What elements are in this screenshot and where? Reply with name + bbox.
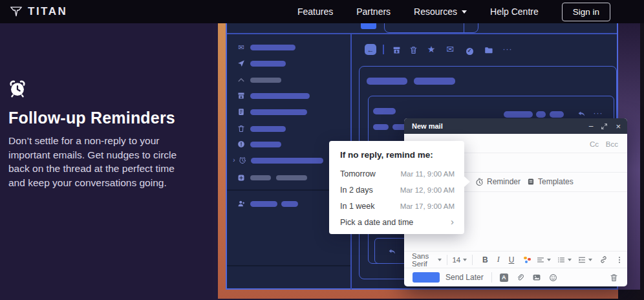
attachment-icon[interactable]: [516, 273, 524, 282]
text-color-icon[interactable]: [523, 256, 529, 264]
sidebar-item-trash: [227, 123, 350, 134]
reply-icon: [387, 246, 397, 257]
alert-circle-icon: [236, 139, 246, 149]
mockup-compose-button: [361, 23, 376, 29]
feature-title: Follow-up Reminders: [8, 109, 202, 127]
product-showcase: ✉: [213, 23, 644, 300]
link-icon[interactable]: [599, 255, 608, 264]
discard-trash-icon[interactable]: [610, 273, 618, 282]
sidebar-item-archive: [227, 91, 350, 101]
hero-panel: Follow-up Reminders Don’t settle for a n…: [0, 23, 213, 300]
trash-icon: [236, 123, 246, 134]
more-options-icon: ···: [593, 108, 603, 118]
close-icon[interactable]: ×: [616, 122, 621, 131]
more-vertical-icon[interactable]: [616, 256, 623, 264]
emoji-icon[interactable]: [549, 273, 557, 282]
folder-icon: [483, 45, 493, 55]
reminder-button[interactable]: Reminder: [475, 177, 521, 186]
envelope-icon: ✉: [445, 44, 455, 54]
check-circle-icon: ✓: [464, 46, 475, 56]
envelope-icon: ✉: [236, 42, 246, 52]
compose-title: New mail: [412, 122, 443, 130]
formatting-toggle-icon[interactable]: A: [500, 273, 508, 282]
compose-titlebar[interactable]: New mail – ×: [404, 118, 627, 134]
send-later-button[interactable]: Send Later: [445, 273, 484, 282]
popup-pointer: [464, 176, 470, 188]
nav-item-features[interactable]: Features: [297, 6, 333, 17]
send-row: Send Later A: [404, 268, 627, 286]
trash-icon: [408, 45, 418, 55]
align-button[interactable]: [537, 256, 551, 264]
chevron-up-icon: [236, 75, 246, 85]
sidebar-bottom-separator: [227, 265, 350, 266]
snooze-clock-icon: [237, 155, 248, 166]
mockup-search-divider: [464, 23, 465, 32]
popup-option-pick-date[interactable]: Pick a date and time ›: [329, 215, 464, 230]
mockup-search-box: [384, 23, 478, 33]
formatting-toolbar: Sans Serif 14 B I U: [404, 251, 627, 268]
bcc-button[interactable]: Bcc: [606, 140, 618, 148]
minimize-icon[interactable]: –: [589, 122, 594, 131]
nav-item-partners[interactable]: Partners: [356, 6, 391, 17]
back-arrow-button: ←: [365, 44, 376, 55]
titan-logo[interactable]: TITAN: [9, 5, 67, 19]
nav-item-resources[interactable]: Resources: [414, 6, 467, 17]
reminder-popup: If no reply, remind me: Tomorrow Mar 11,…: [329, 141, 464, 234]
templates-icon: [527, 178, 535, 186]
sidebar-item-inbox: ✉: [227, 42, 350, 52]
list-button[interactable]: [557, 256, 572, 264]
popup-option-tomorrow[interactable]: Tomorrow Mar 11, 9:00 AM: [329, 167, 464, 182]
document-icon: [236, 107, 246, 117]
font-family-select[interactable]: Sans Serif: [412, 252, 442, 268]
feature-description: Don’t settle for a non-reply to your imp…: [8, 134, 183, 189]
paper-plane-icon: [236, 58, 246, 69]
chevron-down-icon: [462, 10, 467, 14]
chevron-right-icon: ›: [451, 216, 454, 227]
plus-square-icon: [236, 173, 246, 183]
archive-icon: [391, 45, 402, 55]
popup-option-in-1-week[interactable]: In 1 week Mar 17, 9:00 AM: [329, 199, 464, 214]
italic-button[interactable]: I: [497, 255, 500, 264]
send-button[interactable]: [413, 272, 440, 283]
font-size-select[interactable]: 14: [452, 256, 467, 264]
star-icon: ★: [426, 44, 436, 54]
insert-image-icon[interactable]: [532, 273, 541, 282]
logo-text: TITAN: [28, 5, 67, 18]
templates-button[interactable]: Templates: [527, 177, 574, 186]
toolbar-separator: [383, 45, 384, 54]
mockup-header-divider: [227, 33, 617, 34]
timer-icon: [475, 178, 484, 186]
nav-links: Features Partners Resources Help Centre …: [297, 3, 610, 21]
sign-in-button[interactable]: Sign in: [562, 3, 610, 21]
sidebar-item-sent: [227, 58, 350, 69]
person-add-icon: [236, 198, 246, 209]
underline-button[interactable]: U: [509, 255, 515, 264]
indent-button[interactable]: [578, 256, 592, 264]
titan-shield-icon: [9, 5, 23, 19]
bold-button[interactable]: B: [482, 255, 488, 264]
sidebar-collapse-row: [227, 75, 350, 85]
expand-icon[interactable]: [601, 123, 608, 130]
top-navbar: TITAN Features Partners Resources Help C…: [0, 0, 644, 23]
popup-title: If no reply, remind me:: [340, 150, 433, 160]
cc-button[interactable]: Cc: [590, 140, 599, 148]
sidebar-item-drafts: [227, 107, 350, 117]
nav-item-help-centre[interactable]: Help Centre: [490, 6, 539, 17]
more-options-icon: ···: [502, 44, 513, 54]
archive-icon: [236, 91, 246, 101]
alarm-clock-icon: [8, 79, 27, 98]
page: TITAN Features Partners Resources Help C…: [0, 0, 644, 300]
reply-icon: [576, 109, 586, 119]
popup-option-in-2-days[interactable]: In 2 days Mar 12, 9:00 AM: [329, 183, 464, 198]
